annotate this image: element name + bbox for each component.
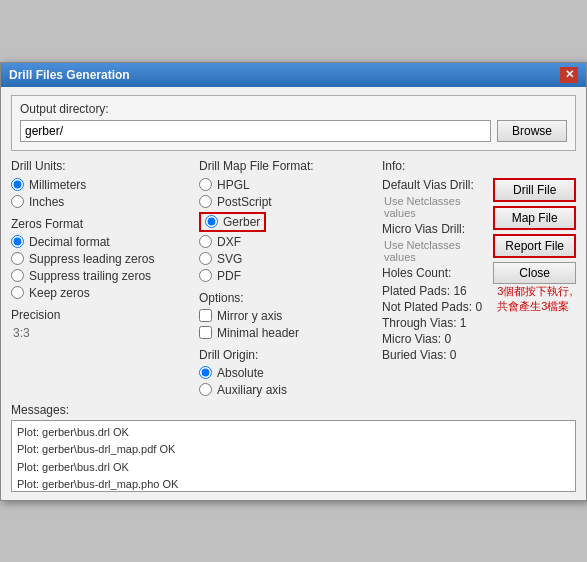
through-vias-label: Through Vias:: [382, 316, 460, 330]
radio-svg-label: SVG: [217, 252, 242, 266]
message-line: Plot: gerber\bus.drl OK: [17, 459, 570, 477]
right-info: Default Vias Drill: Use Netclasses value…: [382, 178, 487, 364]
drill-map-group: HPGL PostScript Gerber DXF: [199, 178, 374, 283]
drill-origin-label: Drill Origin:: [199, 348, 374, 362]
default-vias-row: Default Vias Drill:: [382, 178, 487, 192]
radio-decimal-input[interactable]: [11, 235, 24, 248]
plated-pads-label: Plated Pads:: [382, 284, 453, 298]
radio-mm-label: Millimeters: [29, 178, 86, 192]
buried-vias-label: Buried Vias:: [382, 348, 450, 362]
precision-section: Precision 3:3: [11, 308, 191, 340]
right-top: Default Vias Drill: Use Netclasses value…: [382, 178, 576, 364]
close-window-button[interactable]: ✕: [560, 67, 578, 83]
micro-vias-label: Micro Vias Drill:: [382, 222, 465, 236]
micro-vias-count-row: Micro Vias: 0: [382, 332, 487, 346]
radio-dxf-input[interactable]: [199, 235, 212, 248]
messages-label: Messages:: [11, 403, 576, 417]
radio-svg[interactable]: SVG: [199, 252, 374, 266]
radio-pdf[interactable]: PDF: [199, 269, 374, 283]
close-button[interactable]: Close: [493, 262, 576, 284]
radio-keep-zeros-label: Keep zeros: [29, 286, 90, 300]
radio-dxf[interactable]: DXF: [199, 235, 374, 249]
radio-inch-label: Inches: [29, 195, 64, 209]
checkbox-minimal-header[interactable]: Minimal header: [199, 326, 374, 340]
radio-svg-input[interactable]: [199, 252, 212, 265]
micro-vias-sub: Use Netclasses values: [384, 239, 487, 263]
radio-hpgl-input[interactable]: [199, 178, 212, 191]
default-vias-label: Default Vias Drill:: [382, 178, 474, 192]
output-section: Output directory: Browse: [11, 95, 576, 151]
drill-map-label: Drill Map File Format:: [199, 159, 374, 173]
radio-gerber-input[interactable]: [205, 215, 218, 228]
radio-decimal-label: Decimal format: [29, 235, 110, 249]
radio-inch[interactable]: Inches: [11, 195, 191, 209]
buttons-annotation: Drill File Map File Report File Close 3個…: [493, 178, 576, 364]
zeros-format-section: Zeros Format Decimal format Suppress lea…: [11, 217, 191, 300]
not-plated-label: Not Plated Pads:: [382, 300, 475, 314]
micro-vias-row: Micro Vias Drill:: [382, 222, 487, 236]
radio-gerber[interactable]: Gerber: [199, 212, 374, 232]
report-file-button[interactable]: Report File: [493, 234, 576, 258]
radio-postscript[interactable]: PostScript: [199, 195, 374, 209]
holes-section: Plated Pads: 16 Not Plated Pads: 0 Throu…: [382, 284, 487, 362]
radio-auxiliary[interactable]: Auxiliary axis: [199, 383, 374, 397]
plated-pads-row: Plated Pads: 16: [382, 284, 487, 298]
checkbox-minimal-header-input[interactable]: [199, 326, 212, 339]
radio-suppress-leading-label: Suppress leading zeros: [29, 252, 154, 266]
radio-keep-zeros-input[interactable]: [11, 286, 24, 299]
gerber-radio-wrapper: Gerber: [199, 212, 266, 232]
main-grid: Drill Units: Millimeters Inches Zeros Fo…: [11, 159, 576, 397]
radio-suppress-leading-input[interactable]: [11, 252, 24, 265]
radio-mm-input[interactable]: [11, 178, 24, 191]
radio-pdf-label: PDF: [217, 269, 241, 283]
radio-hpgl[interactable]: HPGL: [199, 178, 374, 192]
drill-file-button[interactable]: Drill File: [493, 178, 576, 202]
right-column: Info: Default Vias Drill: Use Netclasses…: [382, 159, 576, 397]
checkbox-mirror-y[interactable]: Mirror y axis: [199, 309, 374, 323]
not-plated-row: Not Plated Pads: 0: [382, 300, 487, 314]
options-section: Options: Mirror y axis Minimal header: [199, 291, 374, 340]
radio-absolute[interactable]: Absolute: [199, 366, 374, 380]
radio-decimal[interactable]: Decimal format: [11, 235, 191, 249]
action-buttons: Drill File Map File Report File Close: [493, 178, 576, 284]
message-line: Plot: gerber\bus.drl OK: [17, 424, 570, 442]
radio-postscript-input[interactable]: [199, 195, 212, 208]
micro-vias-count-value: 0: [444, 332, 451, 346]
main-window: Drill Files Generation ✕ Output director…: [0, 62, 587, 501]
message-line: Plot: gerber\bus-drl_map.pho OK: [17, 476, 570, 491]
holes-count-label: Holes Count:: [382, 266, 451, 280]
radio-suppress-leading[interactable]: Suppress leading zeros: [11, 252, 191, 266]
radio-pdf-input[interactable]: [199, 269, 212, 282]
radio-mm[interactable]: Millimeters: [11, 178, 191, 192]
radio-suppress-trailing-input[interactable]: [11, 269, 24, 282]
radio-hpgl-label: HPGL: [217, 178, 250, 192]
not-plated-value: 0: [475, 300, 482, 314]
drill-origin-section: Drill Origin: Absolute Auxiliary axis: [199, 348, 374, 397]
radio-suppress-trailing-label: Suppress trailing zeros: [29, 269, 151, 283]
annotation-text: 3個都按下執行, 共會產生3檔案: [497, 284, 576, 315]
browse-button[interactable]: Browse: [497, 120, 567, 142]
checkbox-mirror-y-label: Mirror y axis: [217, 309, 282, 323]
radio-postscript-label: PostScript: [217, 195, 272, 209]
radio-gerber-label: Gerber: [223, 215, 260, 229]
left-column: Drill Units: Millimeters Inches Zeros Fo…: [11, 159, 191, 397]
window-title: Drill Files Generation: [9, 68, 130, 82]
radio-absolute-input[interactable]: [199, 366, 212, 379]
output-input[interactable]: [20, 120, 491, 142]
content-area: Output directory: Browse Drill Units: Mi…: [1, 87, 586, 500]
buried-vias-value: 0: [450, 348, 457, 362]
through-vias-row: Through Vias: 1: [382, 316, 487, 330]
message-line: Plot: gerber\bus-drl_map.pdf OK: [17, 441, 570, 459]
radio-auxiliary-input[interactable]: [199, 383, 212, 396]
radio-suppress-trailing[interactable]: Suppress trailing zeros: [11, 269, 191, 283]
map-file-button[interactable]: Map File: [493, 206, 576, 230]
messages-box[interactable]: Plot: gerber\bus.drl OKPlot: gerber\bus-…: [11, 420, 576, 492]
options-group: Mirror y axis Minimal header: [199, 309, 374, 340]
radio-inch-input[interactable]: [11, 195, 24, 208]
mid-column: Drill Map File Format: HPGL PostScript G…: [199, 159, 374, 397]
zeros-format-label: Zeros Format: [11, 217, 191, 231]
precision-label: Precision: [11, 308, 191, 322]
options-label: Options:: [199, 291, 374, 305]
checkbox-mirror-y-input[interactable]: [199, 309, 212, 322]
radio-keep-zeros[interactable]: Keep zeros: [11, 286, 191, 300]
